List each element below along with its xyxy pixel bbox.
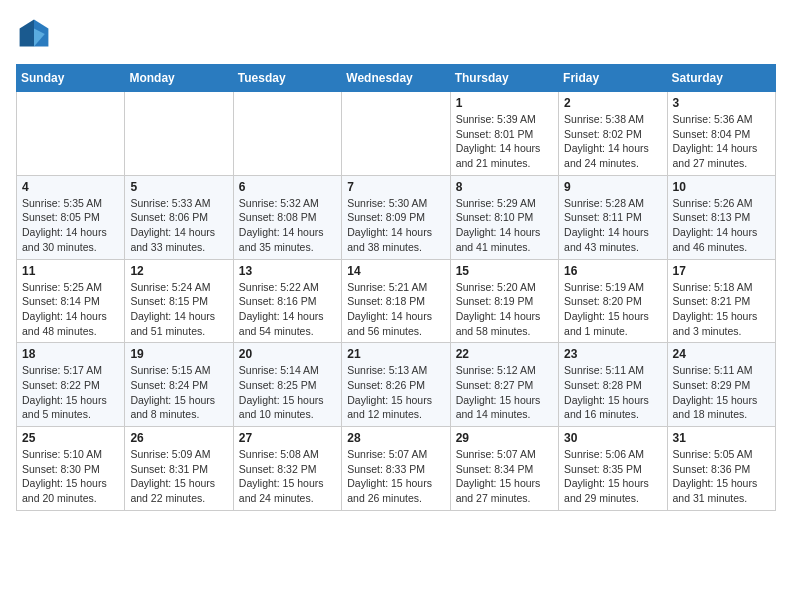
day-info: Sunrise: 5:14 AMSunset: 8:25 PMDaylight:… (239, 363, 336, 422)
day-number: 15 (456, 264, 553, 278)
logo (16, 16, 56, 52)
calendar-cell: 14Sunrise: 5:21 AMSunset: 8:18 PMDayligh… (342, 259, 450, 343)
day-number: 18 (22, 347, 119, 361)
day-info: Sunrise: 5:10 AMSunset: 8:30 PMDaylight:… (22, 447, 119, 506)
day-info: Sunrise: 5:26 AMSunset: 8:13 PMDaylight:… (673, 196, 770, 255)
day-info: Sunrise: 5:05 AMSunset: 8:36 PMDaylight:… (673, 447, 770, 506)
day-info: Sunrise: 5:24 AMSunset: 8:15 PMDaylight:… (130, 280, 227, 339)
calendar-cell: 20Sunrise: 5:14 AMSunset: 8:25 PMDayligh… (233, 343, 341, 427)
day-info: Sunrise: 5:25 AMSunset: 8:14 PMDaylight:… (22, 280, 119, 339)
logo-icon (16, 16, 52, 52)
day-info: Sunrise: 5:19 AMSunset: 8:20 PMDaylight:… (564, 280, 661, 339)
day-info: Sunrise: 5:11 AMSunset: 8:28 PMDaylight:… (564, 363, 661, 422)
day-number: 13 (239, 264, 336, 278)
calendar-cell: 8Sunrise: 5:29 AMSunset: 8:10 PMDaylight… (450, 175, 558, 259)
day-number: 19 (130, 347, 227, 361)
day-number: 16 (564, 264, 661, 278)
day-info: Sunrise: 5:32 AMSunset: 8:08 PMDaylight:… (239, 196, 336, 255)
day-number: 24 (673, 347, 770, 361)
calendar-cell: 26Sunrise: 5:09 AMSunset: 8:31 PMDayligh… (125, 427, 233, 511)
calendar-cell: 5Sunrise: 5:33 AMSunset: 8:06 PMDaylight… (125, 175, 233, 259)
calendar-cell: 17Sunrise: 5:18 AMSunset: 8:21 PMDayligh… (667, 259, 775, 343)
day-number: 7 (347, 180, 444, 194)
day-number: 20 (239, 347, 336, 361)
day-number: 26 (130, 431, 227, 445)
day-header-sunday: Sunday (17, 65, 125, 92)
day-number: 30 (564, 431, 661, 445)
day-number: 31 (673, 431, 770, 445)
day-number: 10 (673, 180, 770, 194)
day-header-saturday: Saturday (667, 65, 775, 92)
day-info: Sunrise: 5:13 AMSunset: 8:26 PMDaylight:… (347, 363, 444, 422)
calendar-table: SundayMondayTuesdayWednesdayThursdayFrid… (16, 64, 776, 511)
day-info: Sunrise: 5:07 AMSunset: 8:34 PMDaylight:… (456, 447, 553, 506)
day-header-wednesday: Wednesday (342, 65, 450, 92)
day-number: 5 (130, 180, 227, 194)
calendar-cell: 4Sunrise: 5:35 AMSunset: 8:05 PMDaylight… (17, 175, 125, 259)
day-info: Sunrise: 5:38 AMSunset: 8:02 PMDaylight:… (564, 112, 661, 171)
day-number: 23 (564, 347, 661, 361)
day-number: 3 (673, 96, 770, 110)
day-number: 1 (456, 96, 553, 110)
calendar-cell: 27Sunrise: 5:08 AMSunset: 8:32 PMDayligh… (233, 427, 341, 511)
day-info: Sunrise: 5:20 AMSunset: 8:19 PMDaylight:… (456, 280, 553, 339)
calendar-cell: 28Sunrise: 5:07 AMSunset: 8:33 PMDayligh… (342, 427, 450, 511)
calendar-cell: 16Sunrise: 5:19 AMSunset: 8:20 PMDayligh… (559, 259, 667, 343)
calendar-cell: 12Sunrise: 5:24 AMSunset: 8:15 PMDayligh… (125, 259, 233, 343)
calendar-week-row: 18Sunrise: 5:17 AMSunset: 8:22 PMDayligh… (17, 343, 776, 427)
day-info: Sunrise: 5:17 AMSunset: 8:22 PMDaylight:… (22, 363, 119, 422)
day-info: Sunrise: 5:07 AMSunset: 8:33 PMDaylight:… (347, 447, 444, 506)
calendar-cell: 21Sunrise: 5:13 AMSunset: 8:26 PMDayligh… (342, 343, 450, 427)
day-info: Sunrise: 5:29 AMSunset: 8:10 PMDaylight:… (456, 196, 553, 255)
day-number: 12 (130, 264, 227, 278)
calendar-cell: 19Sunrise: 5:15 AMSunset: 8:24 PMDayligh… (125, 343, 233, 427)
day-number: 29 (456, 431, 553, 445)
calendar-cell (233, 92, 341, 176)
day-info: Sunrise: 5:06 AMSunset: 8:35 PMDaylight:… (564, 447, 661, 506)
calendar-cell: 11Sunrise: 5:25 AMSunset: 8:14 PMDayligh… (17, 259, 125, 343)
calendar-cell (125, 92, 233, 176)
calendar-week-row: 1Sunrise: 5:39 AMSunset: 8:01 PMDaylight… (17, 92, 776, 176)
day-header-thursday: Thursday (450, 65, 558, 92)
day-number: 11 (22, 264, 119, 278)
day-number: 22 (456, 347, 553, 361)
day-info: Sunrise: 5:15 AMSunset: 8:24 PMDaylight:… (130, 363, 227, 422)
day-info: Sunrise: 5:09 AMSunset: 8:31 PMDaylight:… (130, 447, 227, 506)
calendar-cell: 15Sunrise: 5:20 AMSunset: 8:19 PMDayligh… (450, 259, 558, 343)
calendar-cell: 31Sunrise: 5:05 AMSunset: 8:36 PMDayligh… (667, 427, 775, 511)
calendar-cell: 25Sunrise: 5:10 AMSunset: 8:30 PMDayligh… (17, 427, 125, 511)
calendar-cell: 13Sunrise: 5:22 AMSunset: 8:16 PMDayligh… (233, 259, 341, 343)
calendar-cell: 9Sunrise: 5:28 AMSunset: 8:11 PMDaylight… (559, 175, 667, 259)
day-info: Sunrise: 5:21 AMSunset: 8:18 PMDaylight:… (347, 280, 444, 339)
calendar-cell: 30Sunrise: 5:06 AMSunset: 8:35 PMDayligh… (559, 427, 667, 511)
day-header-friday: Friday (559, 65, 667, 92)
calendar-cell: 7Sunrise: 5:30 AMSunset: 8:09 PMDaylight… (342, 175, 450, 259)
calendar-week-row: 4Sunrise: 5:35 AMSunset: 8:05 PMDaylight… (17, 175, 776, 259)
day-info: Sunrise: 5:36 AMSunset: 8:04 PMDaylight:… (673, 112, 770, 171)
calendar-cell (342, 92, 450, 176)
calendar-cell: 3Sunrise: 5:36 AMSunset: 8:04 PMDaylight… (667, 92, 775, 176)
calendar-cell: 22Sunrise: 5:12 AMSunset: 8:27 PMDayligh… (450, 343, 558, 427)
calendar-week-row: 11Sunrise: 5:25 AMSunset: 8:14 PMDayligh… (17, 259, 776, 343)
day-number: 4 (22, 180, 119, 194)
day-header-tuesday: Tuesday (233, 65, 341, 92)
calendar-cell: 18Sunrise: 5:17 AMSunset: 8:22 PMDayligh… (17, 343, 125, 427)
day-number: 27 (239, 431, 336, 445)
day-number: 21 (347, 347, 444, 361)
day-number: 14 (347, 264, 444, 278)
calendar-cell: 1Sunrise: 5:39 AMSunset: 8:01 PMDaylight… (450, 92, 558, 176)
calendar-cell: 29Sunrise: 5:07 AMSunset: 8:34 PMDayligh… (450, 427, 558, 511)
day-info: Sunrise: 5:18 AMSunset: 8:21 PMDaylight:… (673, 280, 770, 339)
day-number: 25 (22, 431, 119, 445)
day-info: Sunrise: 5:12 AMSunset: 8:27 PMDaylight:… (456, 363, 553, 422)
day-number: 9 (564, 180, 661, 194)
day-info: Sunrise: 5:22 AMSunset: 8:16 PMDaylight:… (239, 280, 336, 339)
day-info: Sunrise: 5:35 AMSunset: 8:05 PMDaylight:… (22, 196, 119, 255)
calendar-cell (17, 92, 125, 176)
calendar-header-row: SundayMondayTuesdayWednesdayThursdayFrid… (17, 65, 776, 92)
calendar-cell: 2Sunrise: 5:38 AMSunset: 8:02 PMDaylight… (559, 92, 667, 176)
day-info: Sunrise: 5:11 AMSunset: 8:29 PMDaylight:… (673, 363, 770, 422)
calendar-cell: 6Sunrise: 5:32 AMSunset: 8:08 PMDaylight… (233, 175, 341, 259)
day-info: Sunrise: 5:30 AMSunset: 8:09 PMDaylight:… (347, 196, 444, 255)
day-number: 8 (456, 180, 553, 194)
